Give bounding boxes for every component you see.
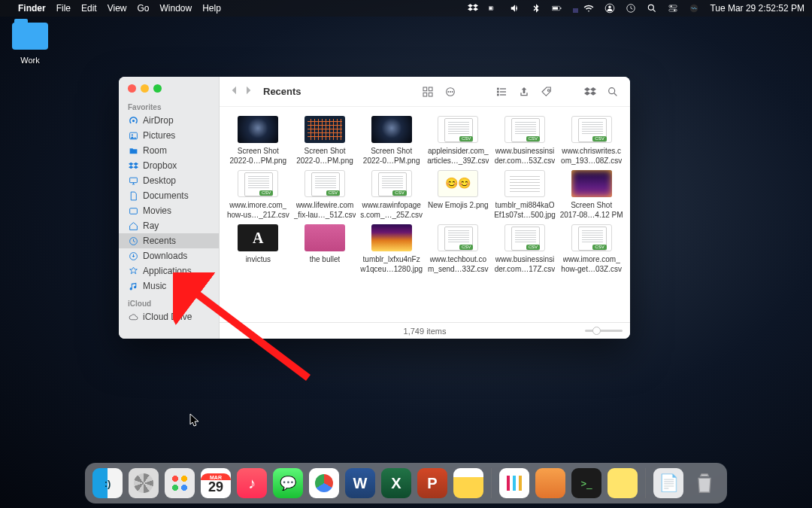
sidebar-item-downloads[interactable]: Downloads (119, 248, 219, 263)
clock[interactable]: Tue Mar 29 2:52:52 PM (710, 3, 804, 14)
file-item[interactable]: tumblr_mi884kaOEf1s07st…500.jpg (492, 170, 558, 220)
nav-forward-button[interactable] (242, 84, 254, 99)
share-icon[interactable] (516, 86, 532, 98)
svg-rect-31 (497, 93, 499, 96)
clock-icon (128, 236, 138, 246)
tags-icon[interactable] (538, 86, 555, 98)
file-thumbnail (571, 170, 612, 197)
battery-icon[interactable] (552, 3, 562, 14)
dock-system-preferences[interactable] (129, 468, 159, 498)
sidebar-item-desktop[interactable]: Desktop (119, 173, 219, 188)
file-item[interactable]: CSVwww.rawinfopages.com_…_25Z.csv (359, 170, 424, 220)
nav-back-button[interactable] (229, 84, 241, 99)
file-item[interactable]: Ainvictus (226, 224, 291, 274)
sidebar-item-documents[interactable]: Documents (119, 188, 219, 203)
sidebar-item-room[interactable]: Room (119, 143, 219, 158)
window-controls (119, 77, 219, 97)
svg-rect-4 (561, 8, 562, 9)
sidebar-item-icloud-drive[interactable]: iCloud Drive (119, 309, 219, 324)
desktop-folder-work[interactable]: Work (8, 23, 53, 66)
sidebar-item-applications[interactable]: Applications (119, 263, 219, 278)
user-icon[interactable] (604, 3, 615, 14)
file-item[interactable]: CSVappleinsider.com_articles…_39Z.csv (426, 116, 491, 166)
search-icon[interactable] (604, 86, 621, 98)
zoom-button[interactable] (153, 84, 162, 93)
dropbox-status-icon[interactable] (468, 3, 478, 14)
sidebar-item-pictures[interactable]: Pictures (119, 128, 219, 143)
dock-chrome[interactable] (309, 468, 339, 498)
dock-word[interactable] (345, 468, 375, 498)
dock-documents-stack[interactable]: 📄 (653, 468, 683, 498)
dropbox-toolbar-icon[interactable] (582, 86, 598, 98)
file-item[interactable]: CSVwww.techbout.com_send…33Z.csv (426, 224, 491, 274)
dock-trash[interactable] (689, 468, 720, 498)
file-thumbnail (504, 170, 545, 197)
file-item[interactable]: Screen Shot2022-0…PM.png (359, 116, 424, 166)
dock-messages[interactable] (273, 468, 303, 498)
menu-help[interactable]: Help (202, 3, 221, 14)
file-label: tumblr_lxfxu4nFz (363, 255, 420, 265)
svg-rect-32 (500, 88, 506, 89)
sidebar-item-airdrop[interactable]: AirDrop (119, 113, 219, 128)
file-item[interactable]: CSVwww.imore.com_how-get…03Z.csv (559, 224, 624, 274)
volume-icon[interactable] (510, 3, 520, 14)
file-thumbnail: CSV (304, 170, 345, 197)
battery-menu-icon[interactable] (489, 3, 499, 14)
sidebar-item-dropbox[interactable]: Dropbox (119, 158, 219, 173)
sidebar-item-ray[interactable]: Ray (119, 218, 219, 233)
file-thumbnail (371, 116, 412, 143)
control-center-icon[interactable] (668, 3, 678, 14)
file-label: www.rawinfopage (362, 201, 420, 211)
zoom-slider[interactable] (585, 330, 623, 332)
sidebar-item-recents[interactable]: Recents (119, 233, 219, 248)
dock-calendar[interactable]: MAR29 (201, 468, 231, 498)
dock-powerpoint[interactable] (417, 468, 447, 498)
menu-view[interactable]: View (108, 3, 127, 14)
file-label: www.lifewire.com (296, 201, 354, 211)
status-bar: 1,749 items (220, 322, 630, 339)
spotlight-icon[interactable] (647, 3, 657, 14)
menu-go[interactable]: Go (138, 3, 150, 14)
file-item[interactable]: Screen Shot2022-0…PM.png (226, 116, 291, 166)
dock-notes[interactable] (453, 468, 483, 498)
view-mode-icon[interactable] (420, 86, 436, 98)
file-item[interactable]: the bullet (292, 224, 358, 274)
arrange-icon[interactable] (493, 86, 510, 98)
dock-launchpad[interactable] (165, 468, 195, 498)
dock-stickies[interactable] (607, 468, 638, 498)
siri-icon[interactable] (689, 3, 699, 14)
file-item[interactable]: CSVwww.businessinsider.com…17Z.csv (492, 224, 558, 274)
file-item[interactable]: CSVwww.chriswrites.com_193…08Z.csv (559, 116, 624, 166)
file-item[interactable]: Screen Shot2022-0…PM.png (292, 116, 358, 166)
file-item[interactable]: CSVwww.businessinsider.com…53Z.csv (492, 116, 558, 166)
dock-app-amber[interactable] (535, 468, 565, 498)
minimize-button[interactable] (141, 84, 149, 93)
dock-finder[interactable] (92, 468, 123, 498)
sidebar-item-label: Pictures (143, 130, 175, 141)
group-menu-icon[interactable] (442, 86, 459, 98)
close-button[interactable] (128, 84, 136, 93)
file-item[interactable]: Screen Shot2017-08…4.12 PM (559, 170, 624, 220)
file-grid[interactable]: Screen Shot2022-0…PM.pngScreen Shot2022-… (220, 107, 630, 322)
menu-file[interactable]: File (56, 3, 71, 14)
dock-slack[interactable] (499, 468, 529, 498)
sidebar-item-music[interactable]: Music (119, 278, 219, 294)
menu-window[interactable]: Window (160, 3, 192, 14)
svg-rect-24 (429, 93, 432, 96)
app-menu[interactable]: Finder (18, 3, 46, 14)
sidebar-item-movies[interactable]: Movies (119, 203, 219, 218)
menu-edit[interactable]: Edit (81, 3, 97, 14)
file-item[interactable]: CSVwww.imore.com_how-us…_21Z.csv (226, 170, 291, 220)
sidebar-item-label: Applications (143, 266, 192, 276)
file-item[interactable]: tumblr_lxfxu4nFzw1qceu…1280.jpg (359, 224, 424, 274)
file-item[interactable]: CSVwww.lifewire.com_fix-lau…_51Z.csv (292, 170, 358, 220)
dock-terminal[interactable] (571, 468, 601, 498)
dock-excel[interactable] (381, 468, 411, 498)
dock-music[interactable] (237, 468, 267, 498)
finder-main: Recents Screen Shot2022-0…PM.pngScreen S… (220, 77, 630, 339)
wifi-icon[interactable] (583, 3, 594, 14)
file-item[interactable]: 😊😊New Emojis 2.png (426, 170, 491, 220)
timemachine-icon[interactable] (626, 3, 636, 14)
bluetooth-icon[interactable] (531, 3, 541, 14)
sidebar-item-label: Documents (143, 190, 189, 201)
